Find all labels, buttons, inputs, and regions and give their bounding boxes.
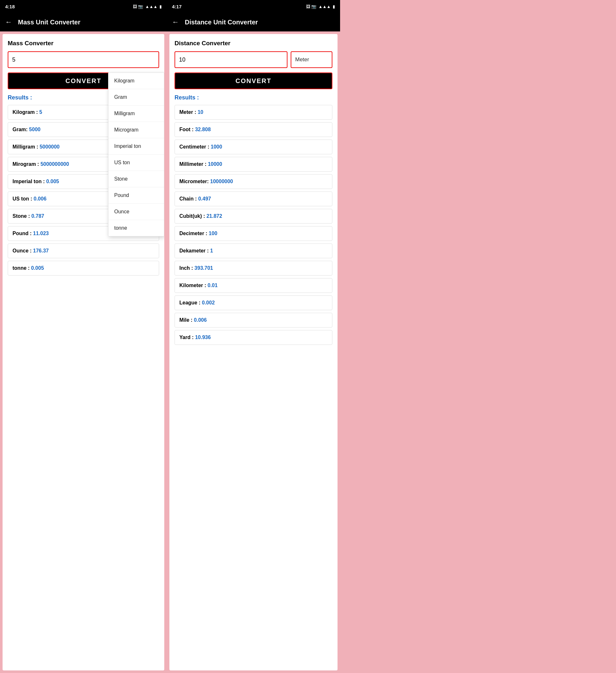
right-result-item: Centimeter : 1000 bbox=[175, 140, 333, 154]
right-result-item: Dekameter : 1 bbox=[175, 243, 333, 258]
right-result-label-0: Meter : bbox=[179, 109, 198, 115]
dropdown-item-5[interactable]: US ton bbox=[109, 155, 164, 171]
left-result-label-7: Pound : bbox=[12, 231, 33, 236]
right-result-item: Cubit(uk) : 21.872 bbox=[175, 209, 333, 224]
dropdown-item-9[interactable]: tonne bbox=[109, 220, 164, 236]
left-result-label-1: Gram: bbox=[12, 127, 29, 132]
dropdown-item-2[interactable]: Milligram bbox=[109, 105, 164, 122]
right-result-item: Inch : 393.701 bbox=[175, 261, 333, 275]
right-result-label-13: Yard : bbox=[179, 334, 195, 340]
right-result-item: Meter : 10 bbox=[175, 105, 333, 120]
left-result-value-4: 0.005 bbox=[46, 179, 59, 184]
right-result-value-1: 32.808 bbox=[195, 127, 211, 132]
right-result-value-0: 10 bbox=[198, 109, 203, 115]
right-notif-icons: 🖼 📷 bbox=[306, 4, 317, 9]
left-section-title: Mass Converter bbox=[8, 40, 159, 47]
right-result-label-12: Mile : bbox=[179, 317, 194, 323]
dropdown-item-8[interactable]: Ounce bbox=[109, 204, 164, 220]
right-result-item: League : 0.002 bbox=[175, 295, 333, 310]
left-result-label-9: tonne : bbox=[12, 265, 31, 271]
right-result-value-5: 0.497 bbox=[198, 196, 211, 201]
right-content-area: Distance Converter CONVERT Results : Met… bbox=[169, 34, 338, 670]
right-result-label-5: Chain : bbox=[179, 196, 198, 201]
left-status-icons: 🖼 📷 ▲▲▲ ▮ bbox=[133, 4, 162, 9]
left-time: 4:18 bbox=[5, 4, 15, 9]
left-app-title: Mass Unit Converter bbox=[18, 19, 80, 26]
right-result-value-4: 10000000 bbox=[210, 179, 233, 184]
left-result-label-0: Kilogram : bbox=[12, 109, 39, 115]
left-result-item: tonne : 0.005 bbox=[8, 261, 159, 275]
right-back-button[interactable]: ← bbox=[172, 18, 179, 26]
left-result-label-6: Stone : bbox=[12, 213, 31, 219]
right-result-label-6: Cubit(uk) : bbox=[179, 213, 206, 219]
right-unit-input[interactable] bbox=[291, 51, 333, 68]
left-result-label-2: Milligram : bbox=[12, 144, 39, 150]
left-result-value-0: 5 bbox=[39, 109, 42, 115]
dropdown-item-4[interactable]: Imperial ton bbox=[109, 138, 164, 155]
right-result-item: Foot : 32.808 bbox=[175, 122, 333, 137]
dropdown-item-1[interactable]: Gram bbox=[109, 89, 164, 105]
left-content-area: Mass Converter CONVERT Results : Kilogra… bbox=[3, 34, 164, 670]
left-result-label-3: Mirogram : bbox=[12, 161, 40, 167]
left-result-value-1: 5000 bbox=[29, 127, 41, 132]
left-result-item: Ounce : 176.37 bbox=[8, 243, 159, 258]
right-time: 4:17 bbox=[172, 4, 182, 9]
right-result-label-1: Foot : bbox=[179, 127, 195, 132]
left-result-value-6: 0.787 bbox=[31, 213, 44, 219]
right-result-value-3: 10000 bbox=[208, 161, 222, 167]
left-input-row bbox=[8, 51, 159, 68]
right-app-title: Distance Unit Converter bbox=[185, 19, 258, 26]
left-back-button[interactable]: ← bbox=[5, 18, 12, 26]
right-value-input[interactable] bbox=[175, 51, 287, 68]
left-result-label-8: Ounce : bbox=[12, 248, 33, 253]
right-result-label-7: Decimeter : bbox=[179, 231, 209, 236]
dropdown-item-7[interactable]: Pound bbox=[109, 187, 164, 204]
left-battery-icon: ▮ bbox=[160, 4, 162, 9]
right-result-item: Kilometer : 0.01 bbox=[175, 278, 333, 293]
right-top-bar: ← Distance Unit Converter bbox=[167, 13, 340, 31]
right-result-label-2: Centimeter : bbox=[179, 144, 211, 150]
right-result-label-4: Micrometer: bbox=[179, 179, 210, 184]
right-result-value-12: 0.006 bbox=[194, 317, 207, 323]
right-result-value-10: 0.01 bbox=[208, 283, 218, 288]
right-result-value-13: 10.936 bbox=[195, 334, 211, 340]
right-result-item: Mile : 0.006 bbox=[175, 313, 333, 327]
right-status-icons: 🖼 📷 ▲▲▲ ▮ bbox=[306, 4, 335, 9]
right-result-value-6: 21.872 bbox=[206, 213, 222, 219]
right-battery-icon: ▮ bbox=[333, 4, 335, 9]
left-result-value-9: 0.005 bbox=[31, 265, 44, 271]
dropdown-item-6[interactable]: Stone bbox=[109, 171, 164, 187]
right-result-value-7: 100 bbox=[209, 231, 218, 236]
left-result-value-2: 5000000 bbox=[39, 144, 59, 150]
dropdown-item-0[interactable]: Kilogram bbox=[109, 73, 164, 89]
left-top-bar: ← Mass Unit Converter bbox=[0, 13, 167, 31]
left-value-input[interactable] bbox=[8, 51, 159, 68]
left-result-label-5: US ton : bbox=[12, 196, 34, 201]
right-result-item: Chain : 0.497 bbox=[175, 192, 333, 206]
right-result-value-9: 393.701 bbox=[194, 265, 213, 271]
left-signal-icon: ▲▲▲ bbox=[145, 4, 158, 9]
left-result-value-3: 5000000000 bbox=[40, 161, 69, 167]
left-notif-icons: 🖼 📷 bbox=[133, 4, 144, 9]
right-result-item: Yard : 10.936 bbox=[175, 330, 333, 345]
left-status-bar: 4:18 🖼 📷 ▲▲▲ ▮ bbox=[0, 0, 167, 13]
right-result-item: Millimeter : 10000 bbox=[175, 157, 333, 172]
right-result-value-11: 0.002 bbox=[202, 300, 215, 305]
right-convert-button[interactable]: CONVERT bbox=[175, 72, 333, 89]
right-panel: 4:17 🖼 📷 ▲▲▲ ▮ ← Distance Unit Converter… bbox=[167, 0, 340, 673]
right-result-label-10: Kilometer : bbox=[179, 283, 208, 288]
left-panel: 4:18 🖼 📷 ▲▲▲ ▮ ← Mass Unit Converter Mas… bbox=[0, 0, 167, 673]
dropdown-item-3[interactable]: Microgram bbox=[109, 122, 164, 138]
right-result-item: Decimeter : 100 bbox=[175, 226, 333, 241]
left-result-value-8: 176.37 bbox=[33, 248, 49, 253]
right-results-label: Results : bbox=[175, 94, 333, 101]
right-section-title: Distance Converter bbox=[175, 40, 333, 47]
right-input-row bbox=[175, 51, 333, 68]
right-result-label-9: Inch : bbox=[179, 265, 194, 271]
right-signal-icon: ▲▲▲ bbox=[318, 4, 331, 9]
right-result-item: Micrometer: 10000000 bbox=[175, 174, 333, 189]
right-results-list: Meter : 10Foot : 32.808Centimeter : 1000… bbox=[175, 105, 333, 348]
left-unit-dropdown[interactable]: KilogramGramMilligramMicrogramImperial t… bbox=[108, 72, 164, 236]
right-status-bar: 4:17 🖼 📷 ▲▲▲ ▮ bbox=[167, 0, 340, 13]
right-result-value-2: 1000 bbox=[211, 144, 222, 150]
